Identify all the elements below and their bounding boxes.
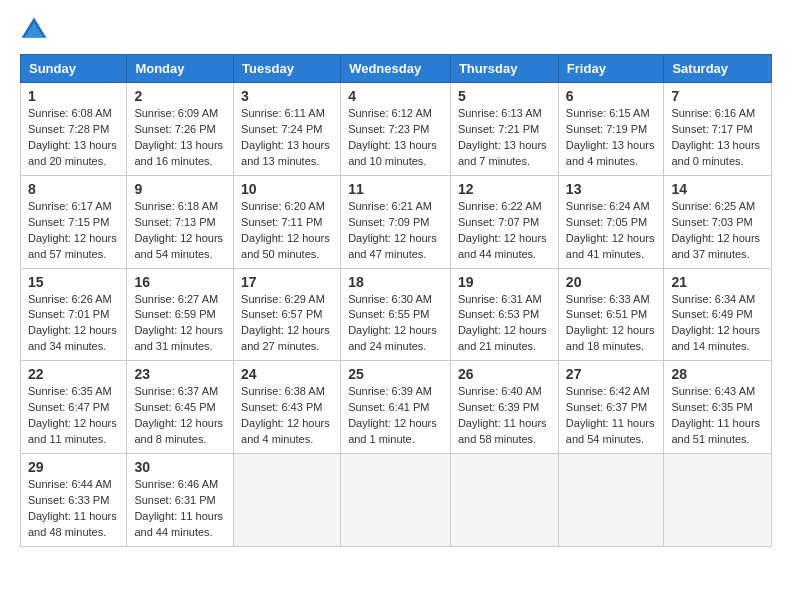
day-number: 2 (134, 88, 226, 104)
day-info: Sunrise: 6:27 AMSunset: 6:59 PMDaylight:… (134, 292, 226, 356)
page: SundayMondayTuesdayWednesdayThursdayFrid… (0, 0, 792, 567)
day-number: 24 (241, 366, 333, 382)
calendar-cell: 12Sunrise: 6:22 AMSunset: 7:07 PMDayligh… (450, 175, 558, 268)
day-number: 6 (566, 88, 657, 104)
calendar-cell: 24Sunrise: 6:38 AMSunset: 6:43 PMDayligh… (234, 361, 341, 454)
day-number: 12 (458, 181, 551, 197)
day-number: 9 (134, 181, 226, 197)
day-number: 13 (566, 181, 657, 197)
day-info: Sunrise: 6:16 AMSunset: 7:17 PMDaylight:… (671, 106, 764, 170)
day-info: Sunrise: 6:22 AMSunset: 7:07 PMDaylight:… (458, 199, 551, 263)
day-number: 23 (134, 366, 226, 382)
calendar-day-header: Tuesday (234, 55, 341, 83)
calendar-cell (234, 454, 341, 547)
day-info: Sunrise: 6:12 AMSunset: 7:23 PMDaylight:… (348, 106, 443, 170)
calendar-cell: 26Sunrise: 6:40 AMSunset: 6:39 PMDayligh… (450, 361, 558, 454)
day-info: Sunrise: 6:44 AMSunset: 6:33 PMDaylight:… (28, 477, 119, 541)
day-number: 28 (671, 366, 764, 382)
calendar-cell: 20Sunrise: 6:33 AMSunset: 6:51 PMDayligh… (558, 268, 664, 361)
day-number: 26 (458, 366, 551, 382)
day-info: Sunrise: 6:25 AMSunset: 7:03 PMDaylight:… (671, 199, 764, 263)
calendar-day-header: Saturday (664, 55, 772, 83)
day-number: 11 (348, 181, 443, 197)
day-number: 22 (28, 366, 119, 382)
day-info: Sunrise: 6:33 AMSunset: 6:51 PMDaylight:… (566, 292, 657, 356)
calendar-cell: 8Sunrise: 6:17 AMSunset: 7:15 PMDaylight… (21, 175, 127, 268)
calendar-cell: 13Sunrise: 6:24 AMSunset: 7:05 PMDayligh… (558, 175, 664, 268)
calendar-cell: 1Sunrise: 6:08 AMSunset: 7:28 PMDaylight… (21, 83, 127, 176)
calendar-cell: 7Sunrise: 6:16 AMSunset: 7:17 PMDaylight… (664, 83, 772, 176)
calendar-cell: 9Sunrise: 6:18 AMSunset: 7:13 PMDaylight… (127, 175, 234, 268)
day-number: 7 (671, 88, 764, 104)
day-info: Sunrise: 6:21 AMSunset: 7:09 PMDaylight:… (348, 199, 443, 263)
day-info: Sunrise: 6:26 AMSunset: 7:01 PMDaylight:… (28, 292, 119, 356)
day-number: 8 (28, 181, 119, 197)
calendar-week-row: 1Sunrise: 6:08 AMSunset: 7:28 PMDaylight… (21, 83, 772, 176)
calendar-cell: 23Sunrise: 6:37 AMSunset: 6:45 PMDayligh… (127, 361, 234, 454)
day-number: 30 (134, 459, 226, 475)
calendar-cell (664, 454, 772, 547)
calendar-cell (558, 454, 664, 547)
day-number: 4 (348, 88, 443, 104)
calendar-header-row: SundayMondayTuesdayWednesdayThursdayFrid… (21, 55, 772, 83)
day-info: Sunrise: 6:29 AMSunset: 6:57 PMDaylight:… (241, 292, 333, 356)
calendar-cell: 19Sunrise: 6:31 AMSunset: 6:53 PMDayligh… (450, 268, 558, 361)
day-number: 5 (458, 88, 551, 104)
day-number: 20 (566, 274, 657, 290)
calendar-cell: 18Sunrise: 6:30 AMSunset: 6:55 PMDayligh… (341, 268, 451, 361)
day-info: Sunrise: 6:17 AMSunset: 7:15 PMDaylight:… (28, 199, 119, 263)
day-number: 3 (241, 88, 333, 104)
day-number: 21 (671, 274, 764, 290)
calendar-cell: 27Sunrise: 6:42 AMSunset: 6:37 PMDayligh… (558, 361, 664, 454)
day-number: 27 (566, 366, 657, 382)
day-number: 16 (134, 274, 226, 290)
calendar-cell: 6Sunrise: 6:15 AMSunset: 7:19 PMDaylight… (558, 83, 664, 176)
calendar-week-row: 22Sunrise: 6:35 AMSunset: 6:47 PMDayligh… (21, 361, 772, 454)
day-number: 19 (458, 274, 551, 290)
calendar-cell (450, 454, 558, 547)
calendar-cell: 3Sunrise: 6:11 AMSunset: 7:24 PMDaylight… (234, 83, 341, 176)
day-number: 15 (28, 274, 119, 290)
day-info: Sunrise: 6:43 AMSunset: 6:35 PMDaylight:… (671, 384, 764, 448)
logo (20, 16, 52, 44)
day-info: Sunrise: 6:30 AMSunset: 6:55 PMDaylight:… (348, 292, 443, 356)
calendar-day-header: Thursday (450, 55, 558, 83)
calendar-cell: 11Sunrise: 6:21 AMSunset: 7:09 PMDayligh… (341, 175, 451, 268)
day-info: Sunrise: 6:39 AMSunset: 6:41 PMDaylight:… (348, 384, 443, 448)
day-number: 25 (348, 366, 443, 382)
day-info: Sunrise: 6:35 AMSunset: 6:47 PMDaylight:… (28, 384, 119, 448)
calendar-day-header: Friday (558, 55, 664, 83)
day-info: Sunrise: 6:20 AMSunset: 7:11 PMDaylight:… (241, 199, 333, 263)
calendar-day-header: Wednesday (341, 55, 451, 83)
calendar-cell: 14Sunrise: 6:25 AMSunset: 7:03 PMDayligh… (664, 175, 772, 268)
day-info: Sunrise: 6:46 AMSunset: 6:31 PMDaylight:… (134, 477, 226, 541)
day-info: Sunrise: 6:09 AMSunset: 7:26 PMDaylight:… (134, 106, 226, 170)
day-info: Sunrise: 6:13 AMSunset: 7:21 PMDaylight:… (458, 106, 551, 170)
day-number: 1 (28, 88, 119, 104)
day-info: Sunrise: 6:34 AMSunset: 6:49 PMDaylight:… (671, 292, 764, 356)
calendar-cell: 16Sunrise: 6:27 AMSunset: 6:59 PMDayligh… (127, 268, 234, 361)
logo-icon (20, 16, 48, 44)
day-number: 17 (241, 274, 333, 290)
day-info: Sunrise: 6:24 AMSunset: 7:05 PMDaylight:… (566, 199, 657, 263)
calendar-cell: 22Sunrise: 6:35 AMSunset: 6:47 PMDayligh… (21, 361, 127, 454)
calendar-cell: 30Sunrise: 6:46 AMSunset: 6:31 PMDayligh… (127, 454, 234, 547)
calendar-cell: 17Sunrise: 6:29 AMSunset: 6:57 PMDayligh… (234, 268, 341, 361)
calendar-day-header: Monday (127, 55, 234, 83)
day-info: Sunrise: 6:40 AMSunset: 6:39 PMDaylight:… (458, 384, 551, 448)
day-info: Sunrise: 6:37 AMSunset: 6:45 PMDaylight:… (134, 384, 226, 448)
day-info: Sunrise: 6:31 AMSunset: 6:53 PMDaylight:… (458, 292, 551, 356)
day-info: Sunrise: 6:42 AMSunset: 6:37 PMDaylight:… (566, 384, 657, 448)
calendar-week-row: 15Sunrise: 6:26 AMSunset: 7:01 PMDayligh… (21, 268, 772, 361)
calendar-week-row: 29Sunrise: 6:44 AMSunset: 6:33 PMDayligh… (21, 454, 772, 547)
day-info: Sunrise: 6:18 AMSunset: 7:13 PMDaylight:… (134, 199, 226, 263)
header (20, 16, 772, 44)
day-number: 29 (28, 459, 119, 475)
calendar-cell: 25Sunrise: 6:39 AMSunset: 6:41 PMDayligh… (341, 361, 451, 454)
calendar-cell: 15Sunrise: 6:26 AMSunset: 7:01 PMDayligh… (21, 268, 127, 361)
calendar-cell: 21Sunrise: 6:34 AMSunset: 6:49 PMDayligh… (664, 268, 772, 361)
calendar-day-header: Sunday (21, 55, 127, 83)
day-info: Sunrise: 6:15 AMSunset: 7:19 PMDaylight:… (566, 106, 657, 170)
day-info: Sunrise: 6:08 AMSunset: 7:28 PMDaylight:… (28, 106, 119, 170)
day-number: 18 (348, 274, 443, 290)
